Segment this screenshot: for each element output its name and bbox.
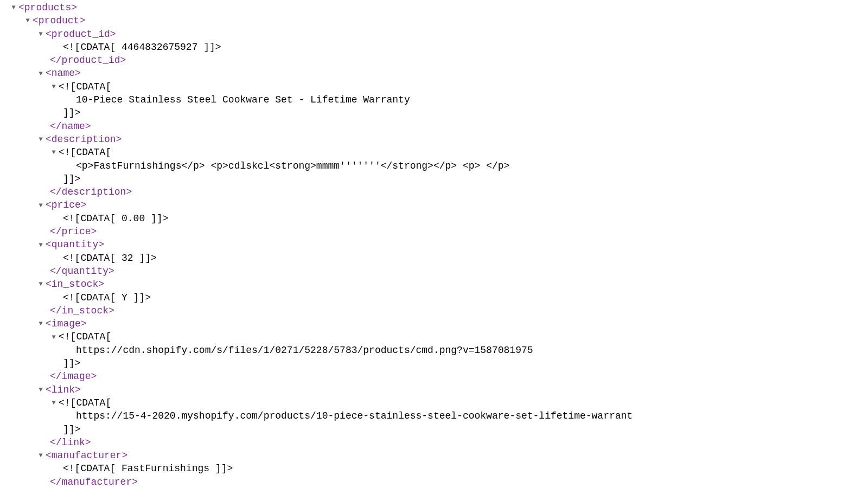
in-stock-close-tag: </in_stock> — [50, 305, 114, 316]
link-close-tag: </link> — [50, 437, 91, 448]
description-close-line: </description> — [2, 185, 866, 198]
image-value-line: https://cdn.shopify.com/s/files/1/0271/5… — [2, 344, 866, 357]
description-close-tag: </description> — [50, 187, 132, 197]
price-value-line: <![CDATA[ 0.00 ]]> — [2, 212, 866, 225]
in-stock-tag: <in_stock> — [46, 279, 104, 290]
cdata-open: <![CDATA[ — [59, 331, 111, 342]
quantity-open-line[interactable]: ▼<quantity> — [2, 238, 866, 251]
link-tag: <link> — [46, 384, 81, 395]
link-value: https://15-4-2020.myshopify.com/products… — [76, 410, 633, 421]
cdata-open: <![CDATA[ — [59, 397, 111, 408]
product-open-line[interactable]: ▼<product> — [2, 14, 866, 27]
name-cdata-close-line: ]]> — [2, 106, 866, 119]
in-stock-value-line: <![CDATA[ Y ]]> — [2, 291, 866, 304]
cdata-open: <![CDATA[ — [59, 147, 111, 158]
name-value: 10-Piece Stainless Steel Cookware Set - … — [76, 94, 410, 105]
collapse-toggle-icon[interactable]: ▼ — [37, 386, 44, 394]
link-cdata-close-line: ]]> — [2, 423, 866, 436]
link-cdata-open-line[interactable]: ▼<![CDATA[ — [2, 396, 866, 409]
quantity-value-line: <![CDATA[ 32 ]]> — [2, 252, 866, 265]
description-value: <p>FastFurnishings</p> <p>cdlskcl<strong… — [76, 160, 509, 171]
cdata-close: ]]> — [63, 358, 80, 369]
image-cdata-open-line[interactable]: ▼<![CDATA[ — [2, 330, 866, 343]
name-cdata-open-line[interactable]: ▼<![CDATA[ — [2, 80, 866, 93]
in-stock-value: <![CDATA[ Y ]]> — [63, 292, 151, 303]
collapse-toggle-icon[interactable]: ▼ — [37, 135, 44, 144]
collapse-toggle-icon[interactable]: ▼ — [50, 82, 58, 91]
price-close-tag: </price> — [50, 226, 97, 237]
product-id-value-line: <![CDATA[ 4464832675927 ]]> — [2, 41, 866, 54]
description-open-line[interactable]: ▼<description> — [2, 133, 866, 146]
in-stock-close-line: </in_stock> — [2, 304, 866, 317]
product-id-close-line: </product_id> — [2, 54, 866, 67]
products-open-line[interactable]: ▼<products> — [2, 1, 866, 14]
link-open-line[interactable]: ▼<link> — [2, 383, 866, 396]
quantity-tag: <quantity> — [46, 239, 104, 250]
manufacturer-value: <![CDATA[ FastFurnishings ]]> — [63, 463, 233, 474]
collapse-toggle-icon[interactable]: ▼ — [37, 69, 44, 78]
collapse-toggle-icon[interactable]: ▼ — [37, 241, 44, 249]
link-value-line: https://15-4-2020.myshopify.com/products… — [2, 409, 866, 422]
name-close-line: </name> — [2, 120, 866, 133]
description-tag: <description> — [46, 134, 122, 145]
price-value: <![CDATA[ 0.00 ]]> — [63, 213, 168, 224]
cdata-close: ]]> — [63, 107, 80, 118]
image-value: https://cdn.shopify.com/s/files/1/0271/5… — [76, 345, 533, 356]
name-open-line[interactable]: ▼<name> — [2, 67, 866, 80]
products-tag: <products> — [18, 2, 77, 13]
collapse-toggle-icon[interactable]: ▼ — [37, 30, 44, 38]
image-tag: <image> — [46, 318, 87, 329]
image-close-tag: </image> — [50, 371, 97, 382]
link-close-line: </link> — [2, 436, 866, 449]
product-tag: <product> — [33, 15, 85, 26]
price-open-line[interactable]: ▼<price> — [2, 198, 866, 211]
collapse-toggle-icon[interactable]: ▼ — [37, 201, 44, 210]
cdata-close: ]]> — [63, 174, 80, 184]
cdata-open: <![CDATA[ — [59, 81, 111, 92]
quantity-close-tag: </quantity> — [50, 266, 114, 277]
description-cdata-open-line[interactable]: ▼<![CDATA[ — [2, 146, 866, 159]
collapse-toggle-icon[interactable]: ▼ — [50, 148, 58, 157]
collapse-toggle-icon[interactable]: ▼ — [10, 3, 17, 12]
manufacturer-close-tag: </manufacturer> — [50, 477, 138, 487]
product-id-open-line[interactable]: ▼<product_id> — [2, 28, 866, 41]
collapse-toggle-icon[interactable]: ▼ — [24, 16, 31, 25]
collapse-toggle-icon[interactable]: ▼ — [37, 451, 44, 460]
image-open-line[interactable]: ▼<image> — [2, 317, 866, 330]
xml-tree-viewer: ▼<products> ▼<product> ▼<product_id> <![… — [2, 1, 866, 488]
collapse-toggle-icon[interactable]: ▼ — [37, 280, 44, 288]
description-cdata-close-line: ]]> — [2, 172, 866, 185]
description-value-line: <p>FastFurnishings</p> <p>cdlskcl<strong… — [2, 159, 866, 172]
in-stock-open-line[interactable]: ▼<in_stock> — [2, 278, 866, 291]
product-id-close-tag: </product_id> — [50, 55, 126, 66]
image-cdata-close-line: ]]> — [2, 357, 866, 370]
image-close-line: </image> — [2, 370, 866, 383]
quantity-value: <![CDATA[ 32 ]]> — [63, 253, 157, 264]
product-id-value: <![CDATA[ 4464832675927 ]]> — [63, 42, 221, 53]
quantity-close-line: </quantity> — [2, 265, 866, 278]
manufacturer-tag: <manufacturer> — [46, 450, 127, 461]
name-tag: <name> — [46, 68, 81, 79]
name-value-line: 10-Piece Stainless Steel Cookware Set - … — [2, 93, 866, 106]
price-tag: <price> — [46, 200, 87, 210]
collapse-toggle-icon[interactable]: ▼ — [50, 399, 58, 407]
product-id-tag: <product_id> — [46, 29, 116, 40]
collapse-toggle-icon[interactable]: ▼ — [37, 319, 44, 328]
manufacturer-value-line: <![CDATA[ FastFurnishings ]]> — [2, 462, 866, 475]
manufacturer-open-line[interactable]: ▼<manufacturer> — [2, 449, 866, 462]
price-close-line: </price> — [2, 225, 866, 238]
manufacturer-close-line: </manufacturer> — [2, 476, 866, 488]
cdata-close: ]]> — [63, 424, 80, 435]
collapse-toggle-icon[interactable]: ▼ — [50, 333, 58, 342]
name-close-tag: </name> — [50, 121, 91, 132]
